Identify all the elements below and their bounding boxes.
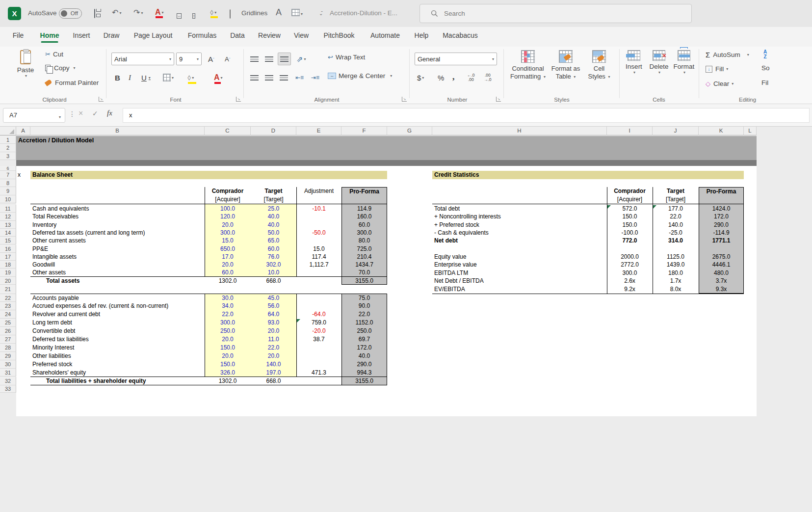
cell-adjustment[interactable]: -64.0	[296, 310, 341, 319]
cell-target[interactable]: 40.0	[251, 221, 296, 229]
row-header-3[interactable]: 3	[0, 152, 16, 160]
row-header-9[interactable]: 9	[0, 187, 16, 195]
cell-target[interactable]: 56.0	[251, 302, 296, 310]
row-header-8[interactable]: 8	[0, 179, 16, 188]
row-header-18[interactable]: 18	[0, 261, 16, 269]
cell-target[interactable]: 25.0	[251, 205, 296, 213]
cell-target[interactable]: 65.0	[251, 237, 296, 244]
row-label[interactable]: + Preferred stock	[433, 221, 606, 229]
row-header-29[interactable]: 29	[0, 352, 16, 360]
cell-acquirer[interactable]: 20.0	[205, 335, 251, 344]
cell-target[interactable]: 60.0	[251, 245, 296, 253]
cell-acquirer[interactable]: 150.0	[607, 221, 653, 229]
more-options-icon[interactable]: ⋮	[69, 110, 76, 118]
cell-adjustment[interactable]: 117.4	[296, 253, 341, 261]
cell-acquirer[interactable]: 1302.0	[205, 277, 251, 285]
cell-acquirer[interactable]: 2.6x	[607, 277, 653, 285]
tab-help[interactable]: Help	[415, 31, 429, 39]
cell-a7[interactable]: x	[18, 171, 21, 179]
row-label[interactable]: Enterprise value	[433, 261, 606, 269]
cell-acquirer[interactable]: 150.0	[607, 213, 653, 220]
cell-acquirer[interactable]: 772.0	[607, 237, 653, 244]
sheet-bottom-margin[interactable]	[0, 416, 812, 512]
table-border-line[interactable]	[205, 294, 205, 377]
cell-target[interactable]: 20.0	[251, 327, 296, 335]
formula-input[interactable]: x	[123, 108, 810, 123]
tab-view[interactable]: View	[294, 31, 309, 39]
qat-overflow-icon[interactable]: ⌄̄	[319, 9, 323, 19]
cell-acquirer[interactable]: 1302.0	[205, 377, 251, 385]
cell-target[interactable]: 197.0	[251, 369, 296, 377]
cell-target[interactable]: 22.0	[251, 344, 296, 352]
proforma-column-box[interactable]	[341, 294, 387, 385]
merge-center-button[interactable]: ↔ Merge & Center ▾	[328, 72, 392, 80]
title-band[interactable]	[16, 136, 757, 160]
clear-button[interactable]: ◇ Clear ▾	[706, 80, 733, 87]
sort-filter-icon[interactable]: AZ	[763, 50, 767, 59]
fill-button[interactable]: ↓ Fill ▾	[706, 65, 728, 73]
row-label[interactable]: Other current assets	[31, 237, 198, 244]
row-label[interactable]: Shareholders' equity	[31, 369, 198, 377]
cell-acquirer[interactable]: 20.0	[205, 352, 251, 360]
row-header-15[interactable]: 15	[0, 237, 16, 244]
delete-cells-button[interactable]: × Delete▾	[648, 50, 670, 75]
row-label[interactable]: Equity value	[433, 253, 606, 261]
row-header-33[interactable]: 33	[0, 385, 16, 393]
column-header-B[interactable]: B	[30, 127, 205, 135]
row-header-25[interactable]: 25	[0, 319, 16, 327]
number-format-select[interactable]: General▾	[415, 53, 497, 65]
row-header-12[interactable]: 12	[0, 213, 16, 220]
cell-target[interactable]: 40.0	[251, 213, 296, 220]
row-header-11[interactable]: 11	[0, 205, 16, 213]
cell-target[interactable]: 50.0	[251, 229, 296, 237]
row-label[interactable]: Accounts payable	[31, 294, 198, 302]
row-label[interactable]: Deferred tax liabilities	[31, 335, 198, 344]
fill-color-button[interactable]: ⬨▾	[185, 71, 196, 84]
row-header-28[interactable]: 28	[0, 344, 16, 352]
row-header-21[interactable]: 21	[0, 285, 16, 294]
cell-acquirer[interactable]: 2772.0	[607, 261, 653, 269]
tab-draw[interactable]: Draw	[104, 31, 120, 39]
font-icon[interactable]: A	[276, 7, 282, 17]
cell-acquirer[interactable]: 2000.0	[607, 253, 653, 261]
row-label[interactable]: Cash and equivalents	[31, 205, 198, 213]
number-launcher-icon[interactable]: ↘	[496, 97, 501, 102]
row-header-23[interactable]: 23	[0, 302, 16, 310]
column-header-L[interactable]: L	[744, 127, 757, 135]
row-label[interactable]: EV/EBITDA	[433, 285, 606, 293]
orientation-button[interactable]: ⇗▾	[294, 53, 308, 65]
alignment-launcher-icon[interactable]: ↘	[402, 97, 407, 102]
row-label[interactable]: Total liabilities + shareholder equity	[45, 377, 212, 385]
undo-icon[interactable]: ↶▾	[112, 8, 121, 18]
cell-target[interactable]: 177.0	[653, 205, 699, 213]
row-header-16[interactable]: 16	[0, 245, 16, 253]
row-header-19[interactable]: 19	[0, 269, 16, 276]
row-label[interactable]: Minority Interest	[31, 344, 198, 352]
paste-button[interactable]: Paste ▾	[13, 50, 38, 78]
italic-button[interactable]: I	[127, 71, 133, 84]
tab-automate[interactable]: Automate	[370, 31, 400, 39]
cell-styles-button[interactable]: CellStyles ▾	[584, 50, 614, 81]
find-select-label-truncated[interactable]: Fil	[761, 79, 768, 86]
enter-icon[interactable]: ✓	[92, 109, 98, 117]
insert-cells-button[interactable]: Insert▾	[623, 50, 645, 75]
gridlines-checkbox[interactable]	[230, 9, 231, 19]
wrap-text-button[interactable]: ↩ Wrap Text	[328, 54, 365, 61]
column-header-I[interactable]: I	[607, 127, 653, 135]
table-border-line[interactable]	[30, 385, 387, 385]
row-label[interactable]: Total Receivables	[31, 213, 198, 220]
row-label[interactable]: Inventory	[31, 221, 198, 229]
table-border-line[interactable]	[432, 204, 744, 204]
save-icon[interactable]	[94, 9, 95, 19]
cell-target[interactable]: 64.0	[251, 310, 296, 319]
cell-acquirer[interactable]: 250.0	[205, 327, 251, 335]
row-header-27[interactable]: 27	[0, 335, 16, 344]
cell-acquirer[interactable]: 150.0	[205, 360, 251, 369]
redo-icon[interactable]: ↷▾	[133, 8, 143, 18]
cell-acquirer[interactable]: 300.0	[205, 319, 251, 327]
cell-acquirer[interactable]: 20.0	[205, 261, 251, 269]
increase-decimal-button[interactable]: ←.0.00	[465, 71, 477, 84]
cell-target[interactable]: -25.0	[653, 229, 699, 237]
currency-button[interactable]: $▾	[415, 71, 426, 84]
cell-target[interactable]: 93.0	[251, 319, 296, 327]
